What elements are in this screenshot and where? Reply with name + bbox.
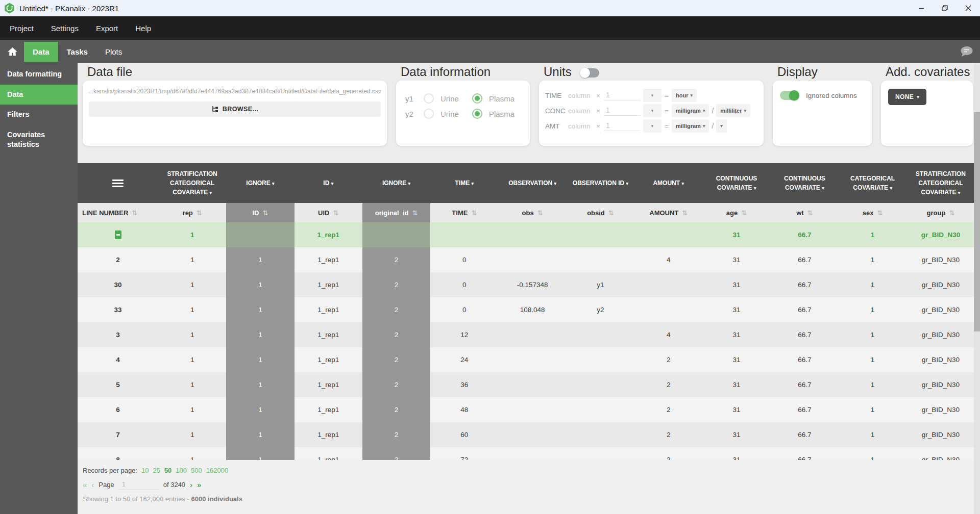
sidebar-item-filters[interactable]: Filters <box>0 105 78 125</box>
sidebar-item-data-formatting[interactable]: Data formatting <box>0 64 78 85</box>
close-button[interactable] <box>957 0 980 16</box>
table-row[interactable]: 5111_rep123623166.71gr_BID_N30 <box>78 372 975 397</box>
sidebar-item-covariates-statistics[interactable]: Covariates statistics <box>0 125 78 155</box>
prev-page-button[interactable]: ‹ <box>91 480 94 489</box>
menu-item-settings[interactable]: Settings <box>42 16 87 40</box>
vertical-scrollbar[interactable] <box>974 63 980 514</box>
column-header-time[interactable]: TIME⇅ <box>430 203 498 222</box>
page-size-25[interactable]: 25 <box>153 467 160 474</box>
column-name: UID <box>318 209 329 217</box>
column-type-dropdown-8[interactable]: AMOUNT ▾ <box>634 163 702 203</box>
unit-select-milligram[interactable]: milligram▾ <box>672 104 709 117</box>
add-covariates-none-button[interactable]: NONE ▾ <box>888 89 926 105</box>
column-header-age[interactable]: age⇅ <box>702 203 770 222</box>
column-type-dropdown-1[interactable]: STRATIFICATION CATEGORICAL COVARIATE ▾ <box>158 163 226 203</box>
page-size-162000[interactable]: 162000 <box>206 467 228 474</box>
column-header-rep[interactable]: rep⇅ <box>158 203 226 222</box>
tab-plots[interactable]: Plots <box>96 42 131 62</box>
browse-button[interactable]: BROWSE... <box>89 101 381 117</box>
menu-item-project[interactable]: Project <box>1 16 42 40</box>
table-row[interactable]: 2111_rep12043166.71gr_BID_N30 <box>78 247 975 272</box>
column-type-dropdown-5[interactable]: TIME ▾ <box>430 163 498 203</box>
scrollbar-thumb[interactable] <box>974 112 980 331</box>
urine-radio[interactable] <box>424 109 434 119</box>
table-menu-button[interactable] <box>78 163 158 203</box>
column-header-uid[interactable]: UID⇅ <box>295 203 362 222</box>
column-type-dropdown-10[interactable]: CONTINUOUS COVARIATE ▾ <box>771 163 839 203</box>
column-header-obsid[interactable]: obsid⇅ <box>567 203 634 222</box>
table-row[interactable]: 7111_rep126023166.71gr_BID_N30 <box>78 422 975 447</box>
column-type-dropdown-9[interactable]: CONTINUOUS COVARIATE ▾ <box>702 163 770 203</box>
tab-data[interactable]: Data <box>24 42 58 62</box>
page-size-100[interactable]: 100 <box>176 467 187 474</box>
tab-tasks[interactable]: Tasks <box>58 42 96 62</box>
column-type-dropdown-3[interactable]: ID ▾ <box>295 163 362 203</box>
column-header-original_id[interactable]: original_id⇅ <box>362 203 430 222</box>
multiplier-input[interactable] <box>604 106 641 116</box>
column-header-id[interactable]: ID⇅ <box>226 203 294 222</box>
column-dropdown-button[interactable]: ▾ <box>643 119 662 133</box>
column-header-wt[interactable]: wt⇅ <box>771 203 839 222</box>
cell-line-number: 3 <box>78 322 158 347</box>
unit-select-hour[interactable]: hour▾ <box>672 89 697 102</box>
feedback-button[interactable] <box>960 46 973 57</box>
menu-item-export[interactable]: Export <box>87 16 127 40</box>
table-row[interactable]: 6111_rep124823166.71gr_BID_N30 <box>78 397 975 422</box>
unit-select-milligram[interactable]: milligram▾ <box>672 119 709 133</box>
multiplier-input[interactable] <box>604 91 641 100</box>
column-type-dropdown-12[interactable]: STRATIFICATION CATEGORICAL COVARIATE ▾ <box>906 163 974 203</box>
cell-wt: 66.7 <box>771 422 839 447</box>
chevron-down-icon: ▾ <box>554 181 557 186</box>
column-type-label: IGNORE ▾ <box>246 178 274 188</box>
plasma-radio[interactable] <box>472 109 482 119</box>
unit-select-empty[interactable]: ▾ <box>716 119 727 133</box>
plasma-radio[interactable] <box>472 93 482 104</box>
column-header-sex[interactable]: sex⇅ <box>839 203 906 222</box>
column-type-dropdown-4[interactable]: IGNORE ▾ <box>362 163 430 203</box>
chevron-down-icon: ▾ <box>703 108 705 113</box>
cell-line-number <box>78 222 158 247</box>
table-row[interactable]: 33111_rep120108.048y23166.71gr_BID_N30 <box>78 297 975 322</box>
group-row[interactable]: 11_rep13166.71gr_BID_N30 <box>78 222 975 247</box>
sort-icon: ⇅ <box>262 209 268 217</box>
units-toggle[interactable] <box>581 68 599 78</box>
table-row[interactable]: 8111_rep127223166.71gr_BID_N30 <box>78 447 975 460</box>
column-name: group <box>927 209 946 217</box>
urine-radio[interactable] <box>424 93 434 104</box>
sidebar-item-data[interactable]: Data <box>0 85 78 105</box>
menu-item-help[interactable]: Help <box>127 16 160 40</box>
table-row[interactable]: 30111_rep120-0.157348y13166.71gr_BID_N30 <box>78 272 975 297</box>
collapse-group-icon[interactable] <box>115 230 121 239</box>
minimize-button[interactable] <box>910 0 933 16</box>
column-type-dropdown-11[interactable]: CATEGORICAL COVARIATE ▾ <box>839 163 906 203</box>
column-header-line-number[interactable]: LINE NUMBER⇅ <box>78 203 158 222</box>
page-size-500[interactable]: 500 <box>191 467 202 474</box>
unit-select-milliliter[interactable]: milliliter▾ <box>716 104 750 117</box>
column-dropdown-button[interactable]: ▾ <box>643 89 662 102</box>
column-type-dropdown-6[interactable]: OBSERVATION ▾ <box>498 163 566 203</box>
column-header-amount[interactable]: AMOUNT⇅ <box>634 203 702 222</box>
total-pages-label: of 3240 <box>163 481 185 489</box>
page-size-50[interactable]: 50 <box>164 467 172 474</box>
cell-id: 1 <box>226 247 294 272</box>
column-dropdown-button[interactable]: ▾ <box>643 104 662 117</box>
restore-button[interactable] <box>933 0 957 16</box>
cell-obs: 108.048 <box>498 297 566 322</box>
ignored-columns-toggle[interactable] <box>780 91 798 100</box>
cell-id: 1 <box>226 397 294 422</box>
page-number-input[interactable] <box>119 479 159 490</box>
units-panel: Units TIMEcolumn×▾=hour▾CONCcolumn×▾=mil… <box>539 81 764 146</box>
column-header-group[interactable]: group⇅ <box>906 203 974 222</box>
column-header-obs[interactable]: obs⇅ <box>498 203 566 222</box>
column-type-dropdown-7[interactable]: OBSERVATION ID ▾ <box>567 163 634 203</box>
column-name: rep <box>183 209 193 217</box>
page-size-10[interactable]: 10 <box>141 467 149 474</box>
last-page-button[interactable]: » <box>197 480 201 489</box>
table-row[interactable]: 4111_rep122423166.71gr_BID_N30 <box>78 347 975 372</box>
home-button[interactable] <box>8 47 17 56</box>
table-row[interactable]: 3111_rep121243166.71gr_BID_N30 <box>78 322 975 347</box>
next-page-button[interactable]: › <box>190 480 192 489</box>
first-page-button[interactable]: « <box>83 480 87 489</box>
multiplier-input[interactable] <box>604 121 641 131</box>
column-type-dropdown-2[interactable]: IGNORE ▾ <box>226 163 294 203</box>
